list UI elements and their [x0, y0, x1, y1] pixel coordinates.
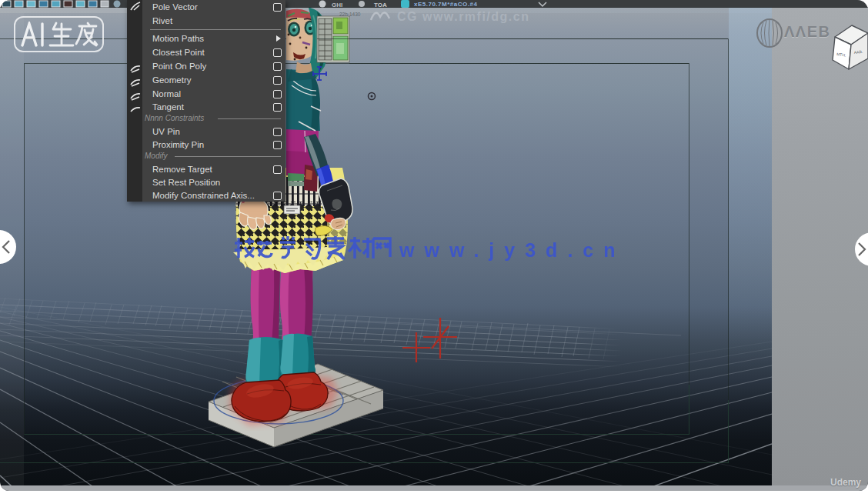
svg-text:AAB.: AAB.: [853, 49, 863, 55]
svg-text:www.jy3d.cn: www.jy3d.cn: [399, 239, 626, 261]
svg-text:GHI: GHI: [332, 2, 342, 8]
svg-text:CG www.rmfi/dg.cn: CG www.rmfi/dg.cn: [397, 10, 529, 23]
